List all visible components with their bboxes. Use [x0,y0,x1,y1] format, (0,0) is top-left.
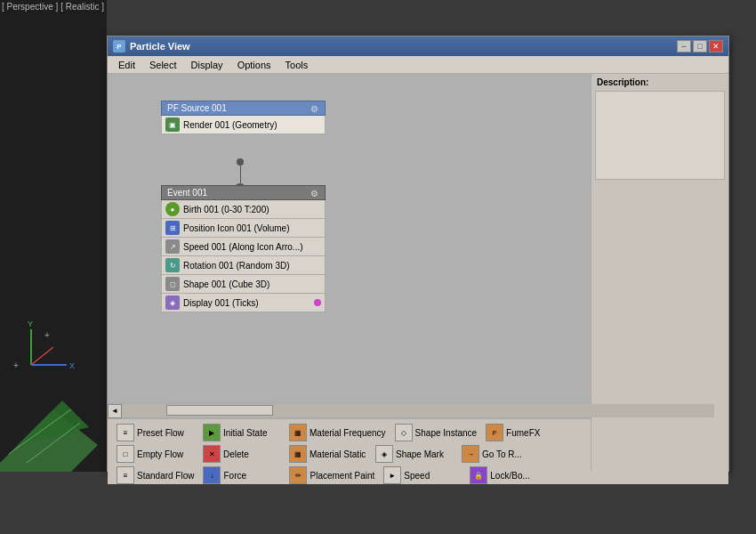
particle-view-window: P Particle View − □ ✕ Edit Select Displa… [107,36,729,472]
toolbar-standard-flow[interactable]: ≡ Standard Flow [113,465,197,485]
position-label: Position Icon 001 (Volume) [183,223,290,233]
horizontal-scrollbar[interactable]: ◄ ► [108,403,728,417]
force-icon: ↓ [203,466,221,484]
preset-flow-icon: ≡ [117,424,134,441]
toolbar-goto-r[interactable]: → Go To R... [458,444,543,464]
maximize-button[interactable]: □ [693,40,707,53]
standard-flow-icon: ≡ [117,466,134,484]
event-001-header[interactable]: Event 001 ⚙ [161,185,326,200]
pf-render-row[interactable]: ▣ Render 001 (Geometry) [161,116,326,134]
preset-flow-label: Preset Flow [137,428,184,438]
menu-bar: Edit Select Display Options Tools [108,56,728,74]
scroll-track-h[interactable] [122,404,714,417]
menu-tools[interactable]: Tools [278,58,316,72]
svg-text:Y: Y [28,320,33,328]
description-content [595,91,725,180]
viewport-label: [ Perspective ] [ Realistic ] [0,0,106,13]
rotation-label: Rotation 001 (Random 3D) [183,261,290,271]
toolbar-preset-flow[interactable]: ≡ Preset Flow [113,423,197,442]
toolbar-empty-flow[interactable]: □ Empty Flow [113,444,197,464]
display-row[interactable]: ◈ Display 001 (Ticks) [161,294,326,312]
goto-r-icon: → [462,445,479,463]
pf-source-block: PF Source 001 ⚙ ▣ Render 001 (Geometry) [161,101,326,134]
toolbar-fumefx[interactable]: F FumeFX [482,423,567,442]
delete-icon: ✕ [203,445,221,463]
goto-r-label: Go To R... [482,449,522,459]
birth-row[interactable]: ● Birth 001 (0-30 T:200) [161,200,326,219]
connector-line [240,166,241,183]
main-content: PF Source 001 ⚙ ▣ Render 001 (Geometry) [108,74,728,403]
close-button[interactable]: ✕ [709,40,723,53]
empty-flow-label: Empty Flow [137,449,183,459]
toolbar-initial-state[interactable]: ▶ Initial State [199,423,284,442]
shape-label: Shape 001 (Cube 3D) [183,279,269,289]
toolbar-delete[interactable]: ✕ Delete [199,444,284,464]
description-label: Description: [591,74,728,91]
placement-paint-label: Placement Paint [310,471,374,481]
placement-paint-icon: ✏ [289,466,307,484]
title-bar: P Particle View − □ ✕ [108,36,728,56]
fumefx-label: FumeFX [506,428,540,438]
event-gear-icon[interactable]: ⚙ [310,189,319,198]
standard-flow-label: Standard Flow [137,471,194,481]
initial-state-label: Initial State [223,428,267,438]
3d-viewport: [ Perspective ] [ Realistic ] X Y + + [0,0,107,472]
shape-mark-label: Shape Mark [396,449,444,459]
connector-dot-top [237,158,244,166]
svg-text:+: + [44,330,50,340]
window-icon: P [113,40,125,53]
scroll-left-button[interactable]: ◄ [108,404,122,418]
event-001-block: Event 001 ⚙ ● Birth 001 (0-30 T:200) ⊞ P… [161,185,326,312]
toolbar-shape-mark[interactable]: ◈ Shape Mark [372,444,456,464]
lock-bo-label: Lock/Bo... [490,471,529,481]
fumefx-icon: F [486,424,503,441]
display-icon: ◈ [165,295,180,310]
window-controls: − □ ✕ [677,40,723,53]
rotation-row[interactable]: ↻ Rotation 001 (Random 3D) [161,256,326,275]
toolbar-shape-instance[interactable]: ◇ Shape Instance [391,423,481,442]
delete-label: Delete [223,449,249,459]
toolbar-force[interactable]: ↓ Force [199,465,284,485]
material-static-label: Material Static [310,449,366,459]
material-freq-icon: ▦ [289,424,307,441]
green-geometry [0,356,98,472]
menu-options[interactable]: Options [230,58,278,72]
toolbar-placement-paint[interactable]: ✏ Placement Paint [286,465,378,485]
lock-bo-icon: 🔒 [470,466,487,484]
material-freq-label: Material Frequency [310,428,386,438]
menu-display[interactable]: Display [184,58,230,72]
window-title: Particle View [130,41,677,52]
speed-label: Speed 001 (Along Icon Arro...) [183,242,303,252]
birth-label: Birth 001 (0-30 T:200) [183,205,269,214]
position-row[interactable]: ⊞ Position Icon 001 (Volume) [161,219,326,238]
toolbar-lock-bo[interactable]: 🔒 Lock/Bo... [466,465,551,485]
minimize-button[interactable]: − [677,40,691,53]
empty-flow-icon: □ [117,445,134,463]
initial-state-icon: ▶ [203,424,221,441]
speed-toolbar-icon: ► [383,466,401,484]
position-icon: ⊞ [165,221,180,235]
toolbar-speed[interactable]: ► Speed [380,465,464,485]
shape-instance-icon: ◇ [395,424,413,441]
shape-instance-label: Shape Instance [415,428,478,438]
toolbar-material-freq[interactable]: ▦ Material Frequency [286,423,390,442]
display-dot-indicator [314,299,321,306]
render-icon: ▣ [165,117,180,132]
rotation-icon: ↻ [165,258,180,272]
shape-icon: ◻ [165,277,180,291]
menu-edit[interactable]: Edit [111,58,142,72]
speed-icon: ↗ [165,239,180,254]
force-label: Force [223,471,246,481]
speed-toolbar-label: Speed [404,471,430,481]
speed-row[interactable]: ↗ Speed 001 (Along Icon Arro...) [161,238,326,256]
pf-source-header[interactable]: PF Source 001 ⚙ [161,101,326,116]
shape-mark-icon: ◈ [375,445,393,463]
pf-source-gear-icon[interactable]: ⚙ [310,104,319,113]
event-001-title: Event 001 [167,188,207,198]
pf-render-label: Render 001 (Geometry) [183,120,277,130]
menu-select[interactable]: Select [142,58,184,72]
pf-source-title: PF Source 001 [167,103,227,113]
scroll-thumb-h[interactable] [166,405,273,416]
shape-row[interactable]: ◻ Shape 001 (Cube 3D) [161,275,326,294]
toolbar-material-static[interactable]: ▦ Material Static [286,444,370,464]
